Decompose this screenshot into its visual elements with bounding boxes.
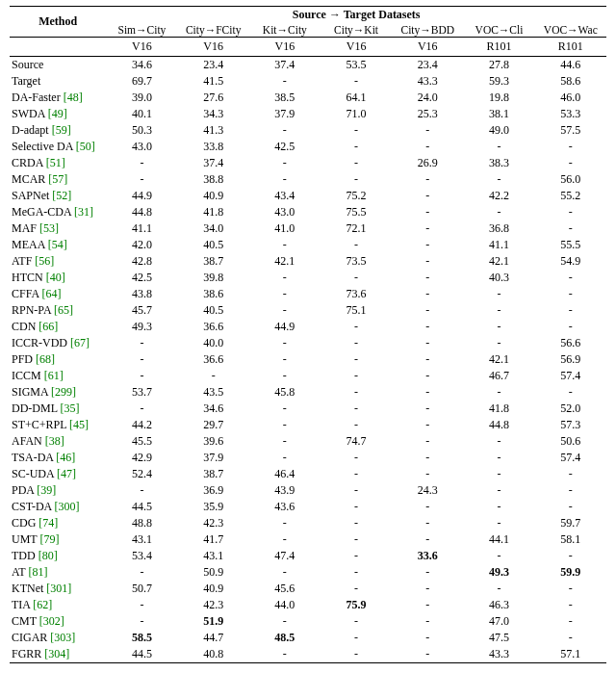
value-cell: 39.6: [178, 433, 249, 450]
value-cell: 26.9: [392, 155, 463, 171]
value-cell: -: [535, 581, 606, 597]
method-name: CFFA: [12, 287, 38, 300]
arch-cell: R101: [463, 38, 534, 57]
method-name: PFD: [12, 352, 33, 366]
method-cell: MAF [53]: [10, 220, 106, 237]
value-cell: 34.6: [106, 57, 177, 74]
value-cell: 27.8: [463, 57, 534, 74]
value-cell: 40.5: [178, 237, 249, 253]
citation: [50]: [76, 140, 95, 153]
value-cell: 55.5: [535, 237, 606, 253]
table-row: SWDA [49]40.134.337.971.025.338.153.3: [10, 106, 606, 122]
value-cell: 75.5: [321, 204, 392, 220]
method-name: Selective DA: [12, 140, 73, 153]
value-cell: 44.2: [106, 417, 177, 433]
value-cell: -: [321, 613, 392, 630]
value-cell: -: [463, 466, 534, 482]
table-row: PDA [39]-36.943.9-24.3--: [10, 482, 606, 499]
citation: [53]: [39, 221, 59, 235]
value-cell: 38.5: [249, 90, 321, 106]
method-cell: Selective DA [50]: [10, 139, 106, 155]
method-cell: PDA [39]: [10, 482, 106, 499]
value-cell: 44.9: [249, 319, 321, 335]
table-row: D-adapt [59]50.341.3---49.057.5: [10, 122, 606, 139]
value-cell: 45.7: [106, 302, 177, 319]
value-cell: 38.7: [178, 466, 249, 482]
value-cell: 45.6: [249, 581, 321, 597]
value-cell: 42.2: [463, 188, 534, 204]
value-cell: -: [321, 351, 392, 368]
value-cell: -: [463, 499, 534, 515]
value-cell: -: [535, 499, 606, 515]
value-cell: -: [463, 581, 534, 597]
value-cell: -: [535, 139, 606, 155]
method-name: SIGMA: [12, 385, 48, 399]
method-cell: TIA [62]: [10, 597, 106, 613]
value-cell: -: [392, 253, 463, 270]
value-cell: 43.0: [106, 139, 177, 155]
value-cell: -: [321, 417, 392, 433]
value-cell: -: [463, 548, 534, 564]
method-cell: SIGMA [299]: [10, 384, 106, 401]
value-cell: 49.0: [463, 122, 534, 139]
value-cell: -: [106, 171, 177, 188]
citation: [302]: [39, 614, 64, 628]
method-name: CST-DA: [12, 500, 52, 513]
value-cell: -: [535, 548, 606, 564]
value-cell: 37.4: [178, 155, 249, 171]
value-cell: 42.1: [463, 351, 534, 368]
value-cell: -: [392, 450, 463, 466]
value-cell: 48.8: [106, 515, 177, 531]
value-cell: 49.3: [463, 564, 534, 581]
value-cell: 40.3: [463, 270, 534, 286]
method-name: SAPNet: [12, 189, 49, 202]
col-header: City→Kit: [321, 23, 392, 38]
citation: [304]: [44, 647, 69, 660]
value-cell: 75.2: [321, 188, 392, 204]
value-cell: -: [392, 433, 463, 450]
table-row: PFD [68]-36.6---42.156.9: [10, 351, 606, 368]
arch-cell: V16: [321, 38, 392, 57]
method-name: TIA: [12, 598, 30, 611]
value-cell: -: [249, 531, 321, 548]
results-table: Method Source → Target Datasets Sim→City…: [10, 6, 606, 663]
value-cell: -: [392, 139, 463, 155]
value-cell: 50.3: [106, 122, 177, 139]
value-cell: -: [463, 319, 534, 335]
method-cell: DA-Faster [48]: [10, 90, 106, 106]
value-cell: 44.8: [463, 417, 534, 433]
value-cell: 41.1: [106, 220, 177, 237]
citation: [79]: [39, 532, 59, 546]
method-header: Method: [10, 7, 106, 38]
value-cell: -: [535, 482, 606, 499]
value-cell: -: [392, 417, 463, 433]
value-cell: 43.1: [106, 531, 177, 548]
value-cell: -: [392, 319, 463, 335]
citation: [51]: [46, 156, 65, 169]
value-cell: 73.5: [321, 253, 392, 270]
value-cell: 39.8: [178, 270, 249, 286]
value-cell: 57.4: [535, 368, 606, 384]
value-cell: -: [249, 417, 321, 433]
method-name: D-adapt: [12, 123, 49, 137]
value-cell: -: [321, 384, 392, 401]
value-cell: 40.0: [178, 335, 249, 351]
value-cell: 49.3: [106, 319, 177, 335]
value-cell: -: [249, 515, 321, 531]
value-cell: 37.9: [178, 450, 249, 466]
value-cell: -: [321, 171, 392, 188]
value-cell: 41.8: [178, 204, 249, 220]
value-cell: -: [321, 237, 392, 253]
value-cell: -: [392, 204, 463, 220]
value-cell: 40.9: [178, 581, 249, 597]
value-cell: 58.5: [106, 630, 177, 646]
value-cell: 64.1: [321, 90, 392, 106]
value-cell: -: [463, 139, 534, 155]
col-header: Sim→City: [106, 23, 177, 38]
method-cell: MEAA [54]: [10, 237, 106, 253]
value-cell: -: [463, 302, 534, 319]
method-cell: CMT [302]: [10, 613, 106, 630]
citation: [57]: [48, 172, 67, 186]
value-cell: 25.3: [392, 106, 463, 122]
value-cell: 47.0: [463, 613, 534, 630]
